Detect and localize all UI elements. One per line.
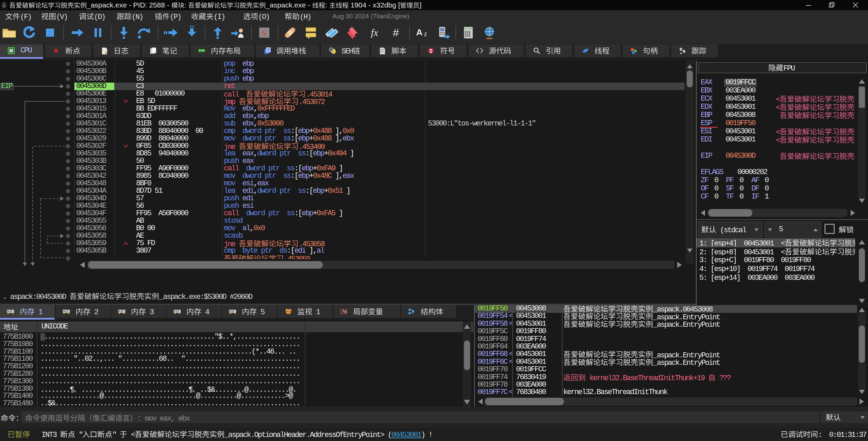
svg-text:fx: fx [371,27,378,38]
svg-text:z: z [424,31,427,37]
svg-text:#: # [393,27,399,39]
svg-text:A: A [416,27,423,37]
svg-text:S: S [262,28,267,38]
